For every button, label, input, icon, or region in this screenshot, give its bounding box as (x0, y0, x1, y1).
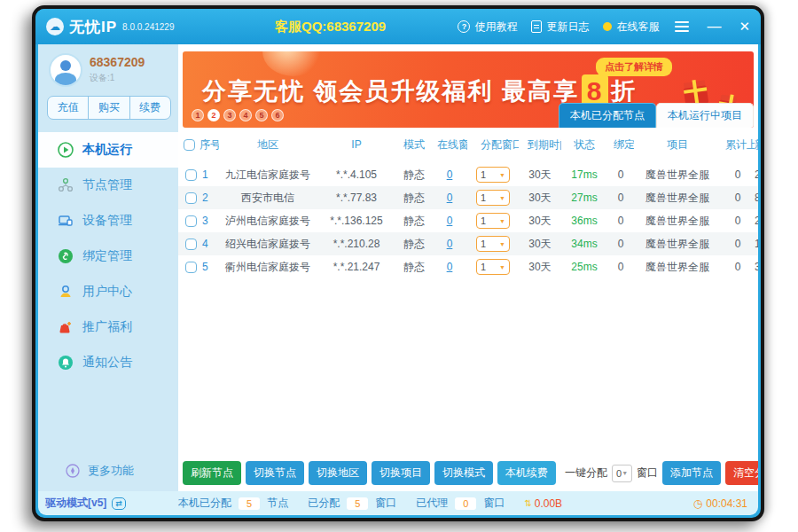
banner-dot-2[interactable]: 2 (207, 109, 220, 121)
banner-cta-button[interactable]: 点击了解详情 (596, 58, 672, 76)
total-logins-cell: 0 (721, 192, 755, 204)
assign-window-select[interactable]: 1 ▼ (476, 167, 510, 183)
actions-bar: 刷新节点 切换节点 切换地区 切换项目 切换模式 本机续费 一键分配 0 ▼ 窗… (178, 461, 758, 491)
banner-dot-4[interactable]: 4 (239, 109, 252, 121)
assigned-node-count: 5 (239, 497, 260, 510)
total-logins-cell: 0 (721, 215, 755, 227)
switch-node-button[interactable]: 切换节点 (246, 461, 304, 485)
tab-running-projects[interactable]: 本机运行中项目 (656, 103, 754, 128)
latency-cell: 34ms (561, 238, 607, 250)
nav-label: 绑定管理 (82, 248, 132, 264)
row-number: 3 (202, 215, 208, 227)
project-cell: 魔兽世界全服 (634, 214, 721, 229)
assign-window-select[interactable]: 1 ▼ (476, 259, 510, 275)
nav-label: 用户中心 (82, 284, 132, 300)
mode-cell: 静态 (396, 168, 432, 183)
region-cell: 绍兴电信家庭拨号 (219, 237, 317, 252)
switch-region-button[interactable]: 切换地区 (309, 461, 367, 485)
sidebar-item-device-management[interactable]: 设备管理 (38, 203, 178, 239)
assign-window-select[interactable]: 1 ▼ (476, 213, 510, 229)
minimize-button[interactable]: — (705, 19, 723, 35)
online-window-link[interactable]: 0 (447, 215, 453, 227)
bell-icon (58, 355, 74, 371)
project-cell: 魔兽世界全服 (634, 168, 721, 183)
more-features-button[interactable]: 更多功能 (38, 463, 178, 491)
banner-dot-1[interactable]: 1 (192, 109, 204, 121)
laptop-icon (58, 213, 74, 229)
sidebar-item-announcements[interactable]: 通知公告 (38, 345, 178, 380)
banner-dot-3[interactable]: 3 (223, 109, 236, 121)
play-circle-icon (58, 142, 74, 158)
swap-driver-icon[interactable]: ⇄ (112, 497, 126, 510)
online-window-link[interactable]: 0 (447, 261, 453, 273)
online-window-link[interactable]: 0 (447, 238, 453, 250)
expire-cell: 30天 (519, 237, 561, 252)
banner-dot-5[interactable]: 5 (255, 109, 268, 121)
buy-button[interactable]: 购买 (88, 97, 129, 119)
col-header: 序号 (200, 139, 219, 152)
row-number: 1 (202, 168, 208, 181)
sidebar-nav: 本机运行 节点管理 设备管理 (38, 132, 178, 380)
tutorial-button[interactable]: ? 使用教程 (458, 20, 517, 35)
col-header: 地区 (219, 139, 317, 152)
menu-hamburger-icon[interactable] (673, 20, 691, 34)
one-key-assign-select[interactable]: 0 ▼ (612, 465, 632, 482)
nodes-icon (58, 177, 74, 193)
ip-cell: *.*.21.247 (317, 261, 396, 273)
sidebar-item-user-center[interactable]: 用户中心 (38, 274, 178, 309)
chevron-down-icon: ▼ (499, 172, 505, 178)
row-checkbox[interactable] (185, 239, 197, 250)
chevron-down-icon: ▼ (622, 470, 628, 476)
account-actions: 充值 购买 续费 (47, 96, 171, 120)
promo-banner[interactable]: 分享无忧 领会员升级福利 最高享8折 点击了解详情 1 2 3 4 5 6 本机 (183, 51, 754, 128)
select-all-checkbox[interactable] (184, 139, 195, 151)
proxied-label: 已代理 (416, 496, 448, 511)
nav-label: 节点管理 (82, 177, 132, 193)
switch-project-button[interactable]: 切换项目 (372, 461, 430, 485)
sidebar-item-binding-management[interactable]: 绑定管理 (38, 239, 178, 274)
window-unit-label: 窗口 (375, 496, 396, 511)
row-checkbox[interactable] (185, 262, 197, 273)
add-node-button[interactable]: 添加节点 (662, 461, 721, 485)
online-window-link[interactable]: 0 (447, 168, 453, 181)
renew-button[interactable]: 续费 (129, 97, 170, 119)
sidebar-item-local-run[interactable]: 本机运行 (38, 132, 178, 168)
row-checkbox[interactable] (185, 169, 197, 181)
bind-cell: 0 (607, 168, 634, 181)
online-window-link[interactable]: 0 (447, 192, 453, 204)
chevron-down-icon: ▼ (499, 218, 505, 224)
bind-cell: 0 (607, 192, 634, 204)
changelog-button[interactable]: 更新日志 (531, 20, 589, 35)
more-features-icon (65, 463, 81, 479)
table-row: 3 泸州电信家庭拨号 *.*.136.125 静态 0 1 ▼ 30天 36ms… (178, 209, 758, 232)
mode-cell: 静态 (396, 191, 432, 206)
tab-assigned-nodes[interactable]: 本机已分配节点 (559, 103, 656, 128)
region-cell: 九江电信家庭拨号 (219, 168, 317, 183)
refresh-node-button[interactable]: 刷新节点 (183, 461, 241, 485)
main-panel: 分享无忧 领会员升级福利 最高享8折 点击了解详情 1 2 3 4 5 6 本机 (178, 44, 758, 491)
sidebar-item-promotion[interactable]: 推广福利 (38, 309, 178, 345)
row-checkbox[interactable] (185, 192, 197, 204)
row-checkbox[interactable] (185, 215, 197, 227)
more-features-label: 更多功能 (88, 463, 134, 479)
close-button[interactable]: ✕ (737, 19, 752, 35)
expire-cell: 30天 (519, 191, 561, 206)
assign-window-select[interactable]: 1 ▼ (476, 190, 510, 206)
nav-label: 设备管理 (82, 213, 132, 229)
online-support-button[interactable]: 在线客服 (603, 20, 659, 35)
total-logins-cell: 0 (721, 261, 755, 273)
recharge-button[interactable]: 充值 (48, 97, 88, 119)
col-header: IP (317, 139, 396, 152)
local-renew-button[interactable]: 本机续费 (497, 461, 556, 485)
col-header: 分配窗口 (481, 139, 505, 152)
region-cell: 西安市电信 (219, 191, 317, 206)
clear-assign-button[interactable]: 清空分配 (725, 461, 758, 485)
banner-dot-6[interactable]: 6 (271, 109, 284, 121)
assign-window-select[interactable]: 1 ▼ (476, 236, 510, 252)
col-header: 在线窗口 (437, 139, 462, 152)
mode-cell: 静态 (396, 214, 432, 229)
switch-mode-button[interactable]: 切换模式 (434, 461, 493, 485)
ip-cell: *.*.4.105 (317, 168, 396, 181)
sidebar-item-node-management[interactable]: 节点管理 (38, 168, 178, 203)
latency-cell: 36ms (561, 215, 607, 227)
